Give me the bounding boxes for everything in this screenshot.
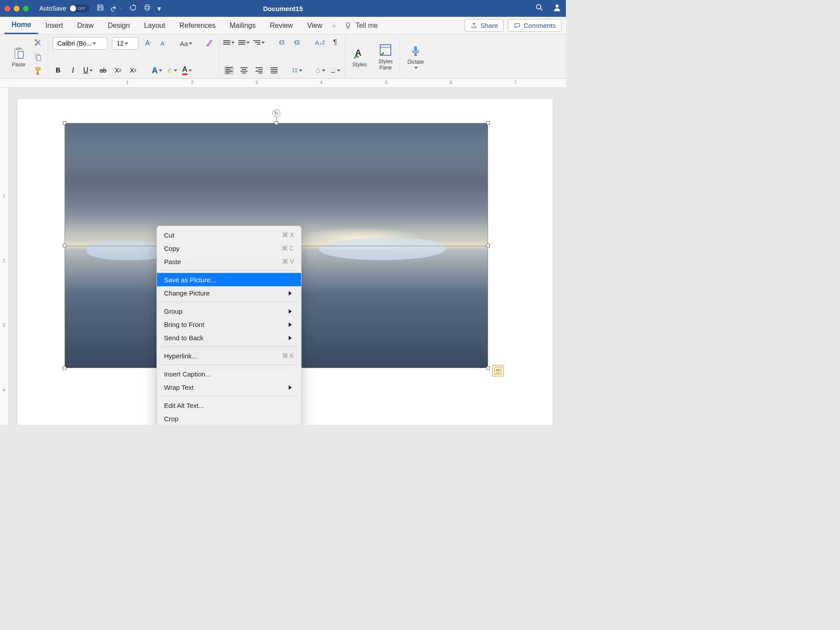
- font-color-icon[interactable]: A: [182, 65, 192, 76]
- resize-handle-br[interactable]: [486, 366, 490, 370]
- borders-icon[interactable]: [330, 65, 340, 76]
- tab-layout[interactable]: Layout: [137, 17, 172, 34]
- context-menu-item[interactable]: Hyperlink...⌘ K: [157, 349, 301, 362]
- styles-pane-button[interactable]: Styles Pane: [376, 41, 396, 73]
- autosave-toggle[interactable]: AutoSave OFF: [39, 4, 89, 12]
- tell-me-search[interactable]: Tell me: [344, 22, 378, 30]
- quick-access-toolbar: ▾: [96, 4, 161, 13]
- align-left-icon[interactable]: [224, 65, 234, 76]
- context-menu-separator: [161, 302, 297, 302]
- format-painter-icon[interactable]: [33, 65, 43, 76]
- submenu-chevron-icon: [289, 321, 294, 328]
- bold-button[interactable]: B: [53, 65, 63, 76]
- svg-point-1: [556, 4, 559, 8]
- shading-icon[interactable]: [315, 65, 325, 76]
- context-menu-item[interactable]: Insert Caption...: [157, 367, 301, 380]
- resize-handle-ml[interactable]: [63, 244, 66, 247]
- tab-mailings[interactable]: Mailings: [223, 17, 263, 34]
- resize-handle-tr[interactable]: [486, 121, 490, 125]
- lightbulb-icon: [344, 22, 352, 30]
- save-icon[interactable]: [96, 4, 104, 13]
- account-icon[interactable]: [553, 3, 561, 14]
- minimize-window-icon[interactable]: [14, 6, 19, 12]
- context-menu-item[interactable]: Cut⌘ X: [157, 228, 301, 242]
- tab-home[interactable]: Home: [4, 17, 38, 34]
- decrease-indent-icon[interactable]: [277, 37, 287, 48]
- title-bar: AutoSave OFF ▾ Document15: [0, 0, 566, 17]
- grow-font-icon[interactable]: Aˆ: [143, 38, 153, 49]
- line-spacing-icon[interactable]: [292, 65, 302, 76]
- subscript-button[interactable]: X2: [113, 65, 123, 76]
- context-menu-item[interactable]: Send to Back: [157, 331, 301, 344]
- context-menu-item[interactable]: Group: [157, 304, 301, 318]
- document-area: 1 2 3 4 Cut⌘ XCopy⌘ CPaste⌘ VSave as Pic…: [0, 88, 566, 425]
- close-window-icon[interactable]: [4, 6, 10, 12]
- context-menu-label: Bring to Front: [164, 321, 204, 328]
- submenu-chevron-icon: [289, 334, 294, 342]
- zoom-window-icon[interactable]: [23, 6, 29, 12]
- tab-references[interactable]: References: [172, 17, 223, 34]
- italic-button[interactable]: I: [68, 65, 78, 76]
- tab-design[interactable]: Design: [101, 17, 137, 34]
- context-menu-item[interactable]: Save as Picture...: [157, 273, 301, 286]
- clear-formatting-icon[interactable]: [204, 38, 214, 49]
- font-size-combo[interactable]: 12: [112, 37, 138, 50]
- context-menu-label: Group: [164, 307, 183, 315]
- resize-handle-bl[interactable]: [63, 366, 66, 370]
- dictate-button[interactable]: Dictate: [405, 37, 426, 76]
- align-right-icon[interactable]: [254, 65, 264, 76]
- font-name-combo[interactable]: Calibri (Bo...: [53, 37, 107, 50]
- cut-icon[interactable]: [33, 37, 43, 48]
- share-button[interactable]: Share: [465, 19, 504, 32]
- context-menu-item[interactable]: Wrap Text: [157, 380, 301, 394]
- underline-button[interactable]: U: [83, 65, 93, 76]
- resize-handle-mr[interactable]: [486, 244, 490, 247]
- repeat-icon[interactable]: [129, 4, 137, 13]
- copy-icon[interactable]: [33, 51, 43, 62]
- superscript-button[interactable]: X2: [128, 65, 138, 76]
- align-center-icon[interactable]: [239, 65, 249, 76]
- highlight-color-icon[interactable]: [167, 65, 177, 76]
- print-icon[interactable]: [143, 4, 151, 13]
- comments-button[interactable]: Comments: [508, 19, 561, 32]
- layout-options-icon[interactable]: [492, 365, 504, 376]
- tab-review[interactable]: Review: [263, 17, 300, 34]
- text-effects-icon[interactable]: A: [152, 65, 162, 76]
- vertical-ruler[interactable]: 1 2 3 4: [0, 88, 9, 425]
- context-menu-item[interactable]: Edit Alt Text...: [157, 399, 301, 412]
- context-menu-item[interactable]: Bring to Front: [157, 318, 301, 331]
- svg-rect-4: [18, 51, 23, 58]
- tab-overflow-icon[interactable]: »: [332, 22, 336, 30]
- numbering-icon[interactable]: [239, 37, 249, 48]
- tab-draw[interactable]: Draw: [70, 17, 100, 34]
- rotate-handle[interactable]: [272, 109, 280, 117]
- context-menu-item[interactable]: Copy⌘ C: [157, 242, 301, 255]
- horizontal-ruler[interactable]: 1 2 3 4 5 6 7: [0, 79, 566, 88]
- multilevel-list-icon[interactable]: [254, 37, 264, 48]
- resize-handle-tm[interactable]: [275, 121, 278, 125]
- change-case-icon[interactable]: Aa: [181, 38, 191, 49]
- justify-icon[interactable]: [269, 65, 279, 76]
- paste-button[interactable]: Paste: [9, 44, 28, 69]
- customize-qat-icon[interactable]: ▾: [157, 4, 161, 13]
- ribbon-group-font: Calibri (Bo... 12 Aˆ Aˇ Aa B I U ab X2 X…: [48, 37, 219, 76]
- submenu-chevron-icon: [289, 384, 294, 391]
- context-menu-item[interactable]: Paste⌘ V: [157, 255, 301, 268]
- show-marks-icon[interactable]: ¶: [330, 37, 340, 48]
- context-menu-item[interactable]: Crop: [157, 412, 301, 425]
- context-menu-item[interactable]: Change Picture: [157, 286, 301, 300]
- styles-button[interactable]: A Styles: [350, 44, 370, 69]
- tab-insert[interactable]: Insert: [38, 17, 70, 34]
- increase-indent-icon[interactable]: [292, 37, 302, 48]
- context-menu-shortcut: ⌘ V: [282, 258, 294, 265]
- ribbon-group-clipboard: Paste: [4, 37, 48, 76]
- search-icon[interactable]: [535, 3, 544, 14]
- svg-rect-8: [37, 55, 41, 60]
- bullets-icon[interactable]: [224, 37, 234, 48]
- undo-icon[interactable]: [111, 4, 123, 12]
- resize-handle-tl[interactable]: [63, 121, 66, 125]
- tab-view[interactable]: View: [300, 17, 329, 34]
- shrink-font-icon[interactable]: Aˇ: [158, 38, 168, 49]
- sort-icon[interactable]: A↓Z: [315, 37, 325, 48]
- strikethrough-button[interactable]: ab: [98, 65, 108, 76]
